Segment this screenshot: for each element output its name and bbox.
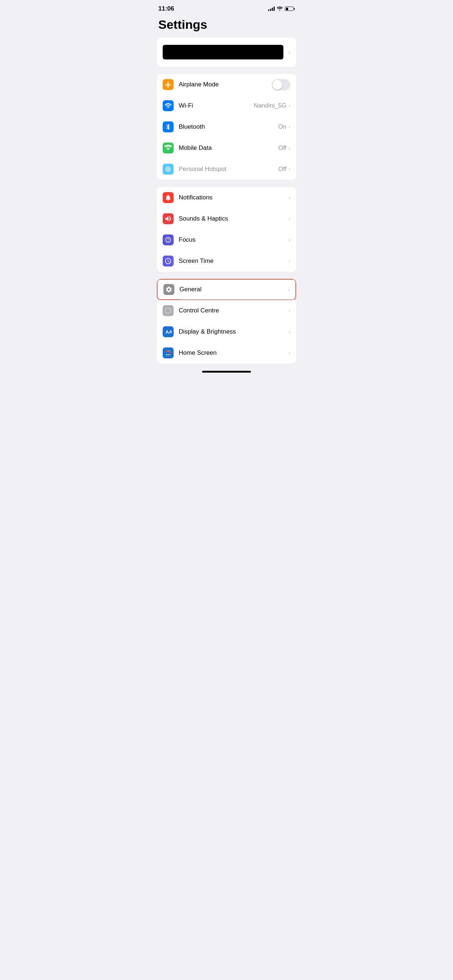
personal-hotspot-value: Off	[278, 165, 286, 173]
svg-text:AA: AA	[166, 329, 172, 335]
wifi-chevron: ›	[289, 103, 290, 109]
profile-section: ›	[157, 38, 296, 67]
notifications-row[interactable]: Notifications ›	[157, 187, 296, 208]
bluetooth-chevron: ›	[289, 124, 290, 130]
mobile-data-value: Off	[278, 145, 286, 152]
airplane-mode-icon	[163, 79, 174, 90]
profile-row[interactable]: ›	[157, 38, 296, 67]
general-chevron: ›	[288, 286, 290, 293]
bluetooth-label: Bluetooth	[179, 123, 278, 130]
personal-hotspot-row[interactable]: Personal Hotspot Off ›	[157, 159, 296, 180]
airplane-mode-label: Airplane Mode	[179, 81, 272, 88]
focus-label: Focus	[179, 236, 289, 243]
home-indicator	[202, 371, 251, 372]
home-screen-row[interactable]: Home Screen ›	[157, 342, 296, 363]
bluetooth-value: On	[278, 123, 287, 130]
general-icon	[163, 284, 174, 295]
focus-chevron: ›	[289, 237, 290, 243]
svg-point-4	[169, 350, 171, 352]
sounds-haptics-chevron: ›	[289, 216, 290, 222]
general-label: General	[179, 286, 288, 293]
wifi-icon	[163, 100, 174, 111]
status-icons	[268, 6, 295, 12]
personal-hotspot-label: Personal Hotspot	[179, 165, 278, 173]
control-centre-row[interactable]: Control Centre ›	[157, 300, 296, 321]
home-screen-chevron: ›	[289, 350, 290, 356]
svg-point-3	[167, 350, 169, 352]
connectivity-section: Airplane Mode Wi-Fi Nandini_5G › Bluetoo…	[157, 74, 296, 180]
display-section: General › Control Centre › AA Display & …	[157, 279, 296, 363]
mobile-data-chevron: ›	[289, 145, 290, 151]
mobile-data-icon	[163, 143, 174, 153]
personal-hotspot-chevron: ›	[289, 166, 290, 172]
bluetooth-row[interactable]: Bluetooth On ›	[157, 116, 296, 137]
screen-time-row[interactable]: Screen Time ›	[157, 250, 296, 272]
page-title: Settings	[151, 14, 302, 38]
notifications-icon	[163, 192, 174, 203]
wifi-row[interactable]: Wi-Fi Nandini_5G ›	[157, 95, 296, 116]
control-centre-chevron: ›	[289, 308, 290, 313]
svg-point-10	[169, 354, 171, 355]
focus-icon	[163, 234, 174, 245]
display-brightness-label: Display & Brightness	[179, 328, 289, 336]
notifications-section: Notifications › Sounds & Haptics › Focus…	[157, 187, 296, 272]
signal-bars-icon	[268, 6, 274, 11]
notifications-label: Notifications	[179, 194, 289, 201]
display-brightness-chevron: ›	[289, 329, 290, 335]
svg-point-2	[166, 350, 167, 352]
display-brightness-icon: AA	[163, 326, 174, 337]
home-screen-label: Home Screen	[179, 349, 289, 356]
control-centre-icon	[163, 305, 174, 316]
wifi-value: Nandini_5G	[254, 102, 287, 110]
airplane-mode-toggle[interactable]	[272, 79, 290, 91]
profile-chevron: ›	[289, 49, 290, 55]
sounds-haptics-icon	[163, 213, 174, 224]
bluetooth-icon	[163, 121, 174, 132]
general-row[interactable]: General ›	[157, 279, 296, 300]
control-centre-label: Control Centre	[179, 307, 289, 314]
svg-point-8	[166, 354, 167, 355]
svg-point-7	[169, 352, 171, 354]
screen-time-chevron: ›	[289, 258, 290, 264]
focus-row[interactable]: Focus ›	[157, 229, 296, 250]
status-time: 11:06	[158, 5, 174, 13]
mobile-data-row[interactable]: Mobile Data Off ›	[157, 137, 296, 159]
svg-point-5	[166, 352, 167, 354]
wifi-status-icon	[277, 6, 283, 12]
battery-icon	[285, 6, 295, 11]
airplane-mode-row[interactable]: Airplane Mode	[157, 74, 296, 95]
personal-hotspot-icon	[163, 164, 174, 175]
wifi-label: Wi-Fi	[179, 102, 254, 110]
screen-time-label: Screen Time	[179, 258, 289, 265]
screen-time-icon	[163, 256, 174, 267]
profile-redacted	[163, 45, 283, 59]
sounds-haptics-row[interactable]: Sounds & Haptics ›	[157, 208, 296, 229]
svg-point-0	[168, 241, 169, 242]
svg-point-9	[167, 354, 169, 355]
home-screen-icon	[163, 347, 174, 358]
notifications-chevron: ›	[289, 195, 290, 200]
sounds-haptics-label: Sounds & Haptics	[179, 215, 289, 223]
svg-point-6	[167, 352, 169, 354]
mobile-data-label: Mobile Data	[179, 145, 278, 152]
display-brightness-row[interactable]: AA Display & Brightness ›	[157, 321, 296, 342]
status-bar: 11:06	[151, 0, 302, 14]
